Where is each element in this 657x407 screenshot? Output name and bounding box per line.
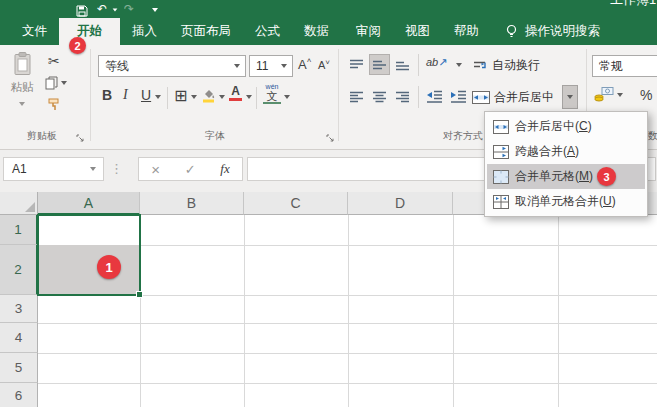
phonetic-dropdown-icon[interactable]: [284, 95, 290, 99]
row-header-3[interactable]: 3: [0, 295, 38, 323]
menu-item-merge-across[interactable]: 跨越合并(A): [487, 139, 645, 164]
fill-color-dropdown-icon[interactable]: [219, 95, 225, 99]
step-2-badge: 2: [69, 37, 86, 54]
merge-center-icon: [487, 120, 515, 134]
merge-dropdown-button[interactable]: [562, 85, 578, 109]
borders-icon[interactable]: ⊞: [174, 86, 187, 105]
mini-separator: [167, 87, 168, 109]
menu-label-post: ): [575, 144, 579, 158]
phonetic-guide-button[interactable]: wén 文: [263, 83, 281, 104]
align-right-icon[interactable]: [392, 86, 413, 107]
quick-access-customize-icon[interactable]: [152, 8, 158, 12]
column-header-C[interactable]: C: [244, 192, 348, 215]
menu-label-post: ): [589, 169, 593, 183]
cut-icon[interactable]: ✂: [48, 53, 60, 69]
bold-button[interactable]: B: [102, 87, 112, 103]
title-bar: ↶ ↷ 工作簿1: [0, 0, 657, 18]
fill-handle[interactable]: [136, 291, 143, 298]
tab-view[interactable]: 视图: [393, 18, 442, 45]
font-color-dropdown-icon[interactable]: [246, 95, 252, 99]
italic-button[interactable]: I: [123, 87, 128, 103]
mini-separator: [418, 86, 419, 108]
step-3-badge: 3: [597, 167, 616, 186]
clipboard-icon: [13, 52, 32, 76]
fill-color-icon[interactable]: [201, 87, 217, 106]
font-size-dropdown-icon: [281, 64, 287, 68]
font-color-icon[interactable]: A: [229, 85, 242, 101]
wrap-text-icon: [472, 59, 488, 73]
tab-file[interactable]: 文件: [10, 18, 59, 45]
selection-border[interactable]: [37, 214, 141, 296]
percent-style-button[interactable]: %: [640, 87, 652, 103]
save-icon[interactable]: [76, 3, 88, 18]
unmerge-cells-icon: [487, 195, 515, 209]
name-box[interactable]: A1: [3, 157, 104, 181]
tab-page-layout[interactable]: 页面布局: [169, 18, 243, 45]
row-header-4[interactable]: 4: [0, 323, 38, 353]
align-left-icon[interactable]: [346, 86, 367, 107]
menu-item-merge-cells[interactable]: 合并单元格(M) 3: [487, 164, 645, 189]
wrap-text-button[interactable]: 自动换行: [472, 57, 540, 74]
underline-button[interactable]: U: [141, 87, 151, 103]
merge-cells-icon: [487, 170, 515, 184]
insert-function-icon[interactable]: fx: [220, 161, 229, 177]
underline-dropdown-icon[interactable]: [155, 95, 161, 99]
orientation-glyph: ab: [426, 56, 438, 68]
row-header-5[interactable]: 5: [0, 353, 38, 383]
align-center-icon[interactable]: [369, 86, 390, 107]
decrease-indent-icon[interactable]: [423, 86, 445, 107]
select-all-triangle-icon: [25, 202, 35, 212]
tell-me-search-label: 操作说明搜索: [525, 23, 600, 40]
tab-data[interactable]: 数据: [292, 18, 341, 45]
column-header-D[interactable]: D: [348, 192, 453, 215]
enter-icon[interactable]: ✓: [185, 162, 196, 177]
formula-bar-resizer[interactable]: ⋮: [110, 161, 123, 176]
align-top-icon[interactable]: [346, 54, 367, 75]
select-all-button[interactable]: [0, 192, 38, 215]
merge-and-center-button[interactable]: 合并后居中: [472, 89, 554, 106]
borders-dropdown-icon[interactable]: [191, 95, 197, 99]
cancel-icon[interactable]: ×: [151, 161, 160, 178]
increase-font-size-button[interactable]: A˄: [298, 56, 311, 72]
tell-me-search[interactable]: 操作说明搜索: [505, 18, 600, 45]
accounting-format-icon[interactable]: [594, 86, 614, 105]
row-header-1[interactable]: 1: [0, 215, 38, 245]
copy-button[interactable]: [45, 76, 67, 90]
tab-help[interactable]: 帮助: [442, 18, 491, 45]
number-format-select[interactable]: 常规: [592, 55, 657, 77]
group-separator: [90, 49, 91, 141]
font-size-select[interactable]: 11: [249, 55, 293, 77]
mini-separator: [418, 54, 419, 76]
name-box-dropdown-icon[interactable]: [90, 167, 96, 171]
tab-formulas[interactable]: 公式: [243, 18, 292, 45]
merge-dropdown-icon: [567, 95, 573, 99]
decrease-font-size-button[interactable]: A˅: [318, 58, 330, 71]
tab-review[interactable]: 审阅: [344, 18, 393, 45]
undo-dropdown-icon[interactable]: [113, 8, 118, 11]
format-painter-icon[interactable]: [47, 98, 61, 115]
menu-accesskey: C: [579, 119, 588, 133]
paste-button[interactable]: 粘贴: [6, 52, 38, 109]
font-name-select[interactable]: 等线: [98, 55, 246, 77]
align-middle-icon[interactable]: [369, 54, 390, 75]
row-header-2[interactable]: 2: [0, 245, 38, 295]
column-header-A[interactable]: A: [38, 192, 140, 215]
tab-home[interactable]: 开始: [59, 18, 120, 45]
column-header-B[interactable]: B: [140, 192, 244, 215]
font-dialog-launcher-icon[interactable]: [326, 131, 334, 145]
accounting-dropdown-icon[interactable]: [617, 93, 623, 97]
wrap-text-label: 自动换行: [492, 57, 540, 74]
tab-insert[interactable]: 插入: [120, 18, 169, 45]
menu-label: 跨越合并(: [515, 144, 567, 158]
undo-icon[interactable]: ↶: [97, 0, 107, 18]
phonetic-char-label: 文: [263, 90, 281, 104]
menu-item-unmerge-cells[interactable]: 取消单元格合并(U): [487, 189, 645, 214]
orientation-dropdown-icon[interactable]: [456, 63, 462, 67]
orientation-icon[interactable]: ab↗: [426, 56, 447, 69]
increase-indent-icon[interactable]: [447, 86, 469, 107]
menu-item-merge-and-center[interactable]: 合并后居中(C): [487, 114, 645, 139]
align-bottom-icon[interactable]: [392, 54, 413, 75]
row-header-6[interactable]: 6: [0, 383, 38, 407]
formula-buttons: × ✓ fx: [138, 157, 243, 181]
clipboard-dialog-launcher-icon[interactable]: [76, 131, 84, 145]
